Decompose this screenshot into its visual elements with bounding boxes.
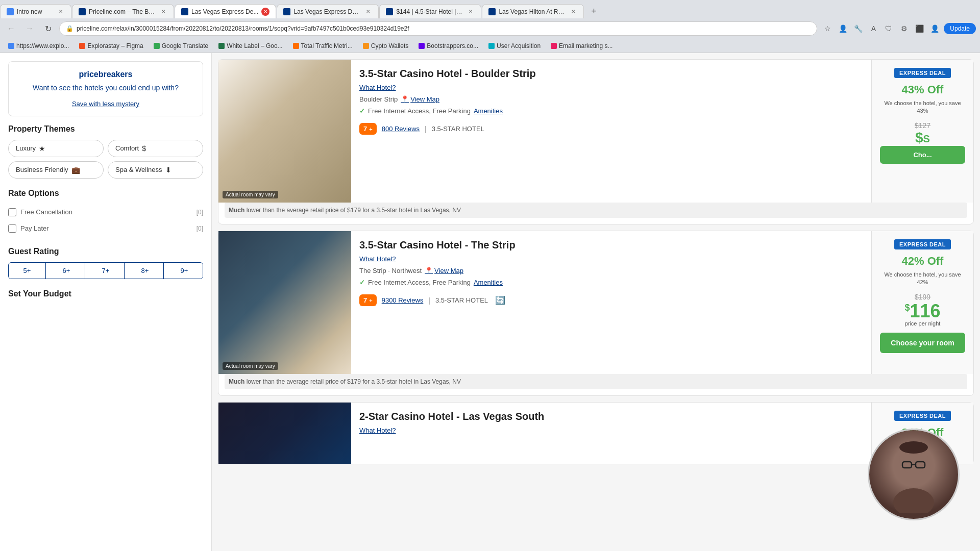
view-map-link-2[interactable]: 📍 View Map bbox=[425, 267, 463, 274]
rating-8plus[interactable]: 8+ bbox=[127, 263, 164, 279]
pricebreakers-box: pricebreakers Want to see the hotels you… bbox=[8, 61, 203, 116]
theme-comfort[interactable]: Comfort $ bbox=[108, 140, 203, 157]
tab-label-4: Las Vegas Express Deals:... bbox=[293, 8, 361, 15]
reviews-count-2[interactable]: 9300 Reviews bbox=[382, 296, 424, 304]
new-tab-button[interactable]: + bbox=[586, 4, 601, 18]
profile-icon[interactable]: 👤 bbox=[837, 22, 849, 35]
bookmark-label-8: User Acquisition bbox=[497, 42, 541, 49]
bookmark-bootstrappers[interactable]: Bootstrappers.co... bbox=[414, 41, 482, 51]
bookmark-user-acquisition[interactable]: User Acquisition bbox=[484, 41, 545, 51]
bookmark-label-2: Explorastay – Figma bbox=[87, 42, 143, 49]
bookmark-label-5: Total Traffic Metri... bbox=[301, 42, 353, 49]
bookmark-crypto[interactable]: Cypto Wallets bbox=[359, 41, 413, 51]
rating-9plus[interactable]: 9+ bbox=[166, 263, 203, 279]
what-hotel-link-2[interactable]: What Hotel? bbox=[359, 255, 863, 263]
rating-6plus[interactable]: 6+ bbox=[48, 263, 85, 279]
property-themes-title: Property Themes bbox=[8, 124, 203, 134]
info-icon-2[interactable]: 🔄 bbox=[495, 295, 505, 305]
rating-badge-2: 7+ bbox=[359, 294, 377, 306]
rating-5plus[interactable]: 5+ bbox=[9, 263, 46, 279]
forward-button[interactable]: → bbox=[22, 21, 37, 36]
extension-icon-2[interactable]: A bbox=[867, 22, 879, 35]
tab-las-vegas-express-2[interactable]: Las Vegas Express Deals:... ✕ bbox=[277, 4, 379, 18]
bookmark-google-translate[interactable]: Google Translate bbox=[150, 41, 212, 51]
choose-room-btn-1[interactable]: Cho... bbox=[880, 146, 965, 164]
extension-icon-5[interactable]: ⬛ bbox=[913, 22, 925, 35]
hotel-card-3: 2-Star Casino Hotel - Las Vegas South Wh… bbox=[218, 402, 974, 464]
bookmarks-bar: https://www.explo... Explorastay – Figma… bbox=[0, 39, 980, 53]
spa-label: Spa & Wellness bbox=[115, 166, 162, 173]
pricebreakers-title: pricebreakers bbox=[17, 70, 194, 79]
reviews-count-1[interactable]: 800 Reviews bbox=[382, 125, 420, 133]
tab-close-2[interactable]: ✕ bbox=[159, 8, 167, 16]
rating-7plus[interactable]: 7+ bbox=[87, 263, 125, 279]
amenities-link-2[interactable]: Amenities bbox=[474, 279, 503, 286]
tab-priceline-best[interactable]: Priceline.com – The Best ... ✕ bbox=[72, 4, 174, 18]
location-text-1: Boulder Strip bbox=[359, 95, 398, 103]
browser-chrome: Intro new ✕ Priceline.com – The Best ...… bbox=[0, 0, 980, 53]
what-hotel-link-3[interactable]: What Hotel? bbox=[359, 427, 863, 434]
tab-close-5[interactable]: ✕ bbox=[467, 8, 475, 16]
pay-later-checkbox[interactable] bbox=[8, 224, 16, 233]
business-icon: 💼 bbox=[71, 166, 80, 174]
extension-icon-6[interactable]: 👤 bbox=[928, 22, 941, 35]
rating-badge-1: 7+ bbox=[359, 123, 377, 135]
extension-icon-1[interactable]: 🔧 bbox=[852, 22, 864, 35]
hotel-image-2: Actual room may vary bbox=[218, 231, 351, 374]
bookmark-icon[interactable]: ☆ bbox=[821, 22, 834, 35]
tab-las-vegas-hilton[interactable]: Las Vegas Hilton At Resor... ✕ bbox=[482, 4, 584, 18]
theme-luxury[interactable]: Luxury ★ bbox=[8, 140, 104, 157]
tab-close-3[interactable]: ✕ bbox=[261, 8, 270, 16]
what-hotel-link-1[interactable]: What Hotel? bbox=[359, 84, 863, 91]
comfort-label: Comfort bbox=[115, 144, 139, 152]
amenities-row-1: ✓ Free Internet Access, Free Parking Ame… bbox=[359, 107, 863, 115]
orig-price-1: $127 bbox=[915, 121, 930, 130]
svg-point-4 bbox=[899, 441, 928, 454]
free-cancellation-count: [0] bbox=[197, 209, 203, 216]
tab-close-1[interactable]: ✕ bbox=[57, 8, 65, 16]
bookmark-label-3: Google Translate bbox=[162, 42, 208, 49]
amenities-row-2: ✓ Free Internet Access, Free Parking Ame… bbox=[359, 279, 863, 286]
tab-144-hotel[interactable]: $144 | 4.5-Star Hotel | Pri... ✕ bbox=[379, 4, 481, 18]
extension-icon-3[interactable]: 🛡 bbox=[883, 22, 895, 35]
save-with-less-link[interactable]: Save with less mystery bbox=[72, 100, 139, 108]
bookmark-label-1: https://www.explo... bbox=[16, 42, 69, 49]
hotel-card-3-inner: 2-Star Casino Hotel - Las Vegas South Wh… bbox=[218, 403, 973, 464]
theme-spa-wellness[interactable]: Spa & Wellness ⬇ bbox=[108, 161, 203, 179]
tab-label-6: Las Vegas Hilton At Resor... bbox=[499, 8, 566, 15]
address-bar[interactable]: 🔒 priceline.com/relax/in/3000015284/from… bbox=[59, 21, 817, 36]
luxury-icon: ★ bbox=[39, 144, 45, 153]
hotel-info-3: 2-Star Casino Hotel - Las Vegas South Wh… bbox=[351, 403, 871, 464]
check-icon-1: ✓ bbox=[359, 107, 365, 115]
address-text: priceline.com/relax/in/3000015284/from/2… bbox=[77, 25, 409, 32]
view-map-link-1[interactable]: 📍 View Map bbox=[401, 95, 439, 103]
back-button[interactable]: ← bbox=[4, 21, 18, 36]
bookmark-explorastay-url[interactable]: https://www.explo... bbox=[4, 41, 73, 51]
bookmark-explorastay-figma[interactable]: Explorastay – Figma bbox=[75, 41, 147, 51]
free-cancellation-checkbox[interactable] bbox=[8, 208, 16, 216]
guest-rating-section: Guest Rating 5+ 6+ 7+ 8+ 9+ bbox=[8, 247, 203, 279]
map-pin-icon-1: 📍 bbox=[401, 95, 409, 103]
rating-score-1: 7 bbox=[363, 125, 367, 133]
hotel-deal-2: EXPRESS DEAL 42% Off We choose the hotel… bbox=[871, 231, 973, 374]
bookmark-total-traffic[interactable]: Total Traffic Metri... bbox=[289, 41, 357, 51]
theme-business-friendly[interactable]: Business Friendly 💼 bbox=[8, 161, 104, 179]
hotel-card-1: Actual room may vary 3.5-Star Casino Hot… bbox=[218, 59, 974, 224]
tab-close-4[interactable]: ✕ bbox=[364, 8, 372, 16]
tab-close-6[interactable]: ✕ bbox=[569, 8, 577, 16]
svg-rect-6 bbox=[910, 472, 918, 482]
hotel-image-1: Actual room may vary bbox=[218, 60, 351, 203]
tab-intro-new[interactable]: Intro new ✕ bbox=[0, 4, 71, 18]
choose-room-btn-2[interactable]: Choose your room bbox=[880, 333, 965, 353]
amenities-link-1[interactable]: Amenities bbox=[474, 107, 503, 115]
bookmark-label-4: White Label – Goo... bbox=[227, 42, 282, 49]
discount-desc-2: We choose the hotel, you save 42% bbox=[880, 271, 965, 287]
location-text-2: The Strip · Northwest bbox=[359, 267, 422, 274]
reload-button[interactable]: ↻ bbox=[41, 21, 55, 36]
extension-icon-4[interactable]: ⚙ bbox=[898, 22, 910, 35]
tab-las-vegas-express-active[interactable]: Las Vegas Express De... ✕ bbox=[175, 4, 276, 18]
update-button[interactable]: Update bbox=[944, 23, 976, 34]
bookmark-favicon-1 bbox=[8, 43, 14, 49]
bookmark-white-label[interactable]: White Label – Goo... bbox=[214, 41, 286, 51]
bookmark-email-marketing[interactable]: Email marketing s... bbox=[547, 41, 617, 51]
